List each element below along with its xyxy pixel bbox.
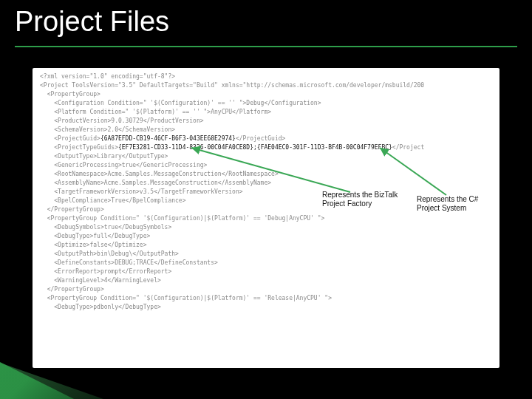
annotation-biztalk: Represents the BizTalk Project Factory [322,191,398,208]
arrow-biztalk-icon [33,68,499,368]
svg-line-0 [191,148,350,192]
slide: Project Files <?xml version="1.0" encodi… [0,0,532,399]
page-title: Project Files [15,6,169,38]
svg-line-1 [380,148,446,195]
annotation-csharp: Represents the C# Project System [417,195,478,213]
code-pane: <?xml version="1.0" encoding="utf-8"?> <… [33,68,499,368]
divider [15,46,517,47]
